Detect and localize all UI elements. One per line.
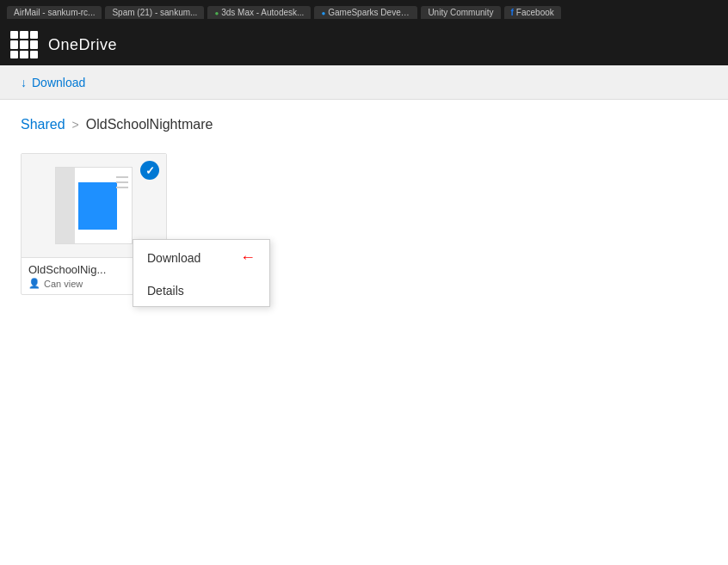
context-menu-details-label: Details	[147, 284, 184, 298]
download-arrow-icon: ↓	[21, 76, 27, 89]
browser-tab-spam[interactable]: Spam (21) - sankum...	[105, 6, 204, 19]
file-grid: ✓ OldSchoolNig... 👤 Can view Download ← …	[21, 153, 707, 295]
browser-tab-3dsmax[interactable]: 3ds Max - Autodesk...	[207, 6, 311, 19]
red-arrow-annotation: ←	[240, 249, 256, 267]
context-menu-details[interactable]: Details	[133, 275, 269, 306]
context-menu-download-label: Download	[147, 251, 201, 265]
file-permission-label: Can view	[44, 279, 83, 289]
checkmark-badge: ✓	[140, 161, 159, 180]
breadcrumb-current: OldSchoolNightmare	[86, 117, 213, 132]
thumbnail-blue-block	[78, 182, 117, 230]
main-content: Shared > OldSchoolNightmare ✓ Old	[0, 100, 728, 312]
breadcrumb: Shared > OldSchoolNightmare	[21, 117, 707, 132]
thumbnail-lines	[116, 176, 128, 188]
breadcrumb-shared-link[interactable]: Shared	[21, 117, 65, 132]
thumbnail-inner	[55, 167, 133, 244]
browser-tab-facebook[interactable]: Facebook	[504, 6, 561, 19]
toolbar-download-label: Download	[32, 76, 85, 89]
app-title: OneDrive	[48, 36, 117, 54]
context-menu-download[interactable]: Download ←	[133, 240, 269, 275]
breadcrumb-separator: >	[72, 118, 79, 132]
waffle-icon[interactable]	[10, 31, 38, 58]
toolbar: ↓ Download	[0, 65, 728, 100]
browser-tab-airmail[interactable]: AirMail - sankum-rc...	[7, 6, 102, 19]
person-icon: 👤	[28, 278, 40, 289]
browser-tab-gamesparks[interactable]: GameSparks Develo...	[314, 6, 417, 19]
thumbnail-sidebar	[56, 168, 75, 243]
toolbar-download-button[interactable]: ↓ Download	[14, 72, 92, 93]
browser-tabs: AirMail - sankum-rc... Spam (21) - sanku…	[0, 0, 728, 24]
browser-tab-unity[interactable]: Unity Community	[421, 6, 500, 19]
app-header: OneDrive	[0, 24, 728, 65]
context-menu: Download ← Details	[133, 239, 270, 307]
